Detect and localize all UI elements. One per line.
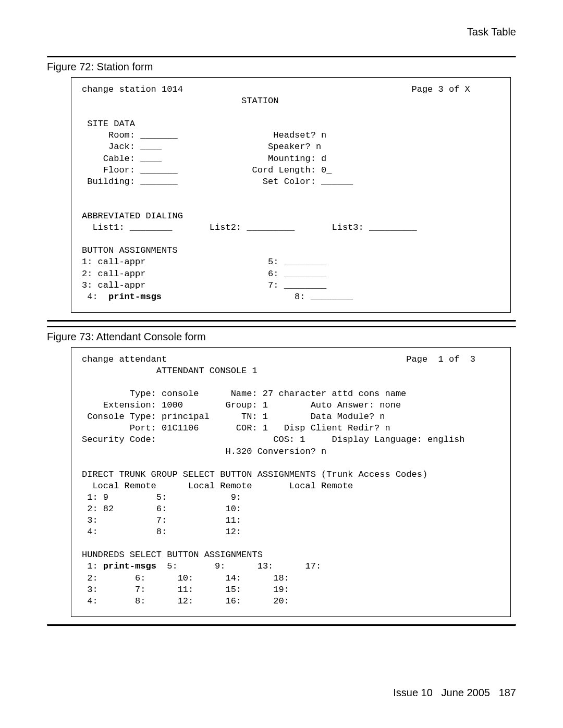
h3: 3: 7: 11: 15: 19: (82, 585, 289, 595)
h1c: 5: 9: 13: 17: (156, 561, 321, 571)
b4a: 4: (82, 292, 108, 302)
list2: List2: _________ (210, 223, 295, 232)
b8: 8: ________ (295, 292, 353, 302)
btn-label: BUTTON ASSIGNMENTS (82, 245, 178, 255)
r4: Port: 01C1106 COR: 1 Disp Client Redir? … (82, 423, 390, 433)
r1: Type: console Name: 27 character attd co… (82, 389, 406, 399)
r6: H.320 Conversion? n (82, 447, 326, 456)
hund-hdr: HUNDREDS SELECT BUTTON ASSIGNMENTS (82, 550, 263, 560)
form-title-2: ATTENDANT CONSOLE 1 (156, 366, 258, 376)
page-indicator: Page 3 of X (412, 84, 470, 94)
rule-bottom (47, 624, 516, 626)
b5: 5: ________ (268, 257, 326, 267)
headset: Headset? n (258, 130, 327, 140)
footer-page: 187 (499, 687, 516, 698)
b4b-print-msgs: print-msgs (108, 292, 162, 302)
page-indicator-2: Page 1 of 3 (406, 354, 475, 364)
attendant-console-form-box: change attendant Page 1 of 3 ATTENDANT C… (71, 347, 511, 617)
footer-date: June 2005 (442, 687, 490, 698)
page-header: Task Table (47, 26, 516, 38)
jack: Jack: ____ (87, 142, 162, 152)
rule-top-1 (47, 56, 516, 58)
trunk-hdr: DIRECT TRUNK GROUP SELECT BUTTON ASSIGNM… (82, 470, 427, 479)
setcolor: Set Color: ______ (258, 177, 353, 187)
page: Task Table Figure 72: Station form chang… (0, 0, 563, 728)
t2: 2: 82 6: 10: (82, 504, 241, 514)
t4: 4: 8: 12: (82, 527, 241, 537)
cable: Cable: ____ (87, 154, 162, 164)
station-form-box: change station 1014 Page 3 of X STATION … (71, 77, 511, 313)
list1: List1: ________ (92, 223, 172, 232)
rule-mid-b (47, 326, 516, 328)
page-footer: Issue 10 June 2005 187 (393, 687, 516, 699)
form-title: STATION (241, 96, 278, 106)
figure-73-caption: Figure 73: Attendant Console form (47, 331, 516, 343)
r3: Console Type: principal TN: 1 Data Modul… (82, 412, 385, 422)
t1: 1: 9 5: 9: (82, 492, 241, 502)
abbrev-label: ABBREVIATED DIALING (82, 211, 183, 221)
h2: 2: 6: 10: 14: 18: (82, 573, 289, 583)
b1: 1: call-appr (82, 257, 145, 267)
r2: Extension: 1000 Group: 1 Auto Answer: no… (82, 400, 401, 410)
cmd2: change attendant (82, 354, 167, 364)
lr-hdr: Local Remote Local Remote Local Remote (82, 481, 353, 491)
h4: 4: 8: 12: 16: 20: (82, 596, 289, 606)
t3: 3: 7: 11: (82, 515, 241, 525)
figure-72-caption: Figure 72: Station form (47, 61, 516, 73)
footer-issue: Issue 10 (393, 687, 433, 698)
cmd: change station 1014 (82, 84, 183, 94)
site-data-label: SITE DATA (87, 119, 135, 129)
b3: 3: call-appr (82, 280, 145, 290)
list3: List3: _________ (332, 223, 417, 232)
mounting: Mounting: d (258, 154, 327, 164)
h1a: 1: (82, 561, 103, 571)
b2: 2: call-appr (82, 269, 145, 279)
b7: 7: ________ (268, 280, 326, 290)
room: Room: _______ (87, 130, 177, 140)
r5: Security Code: COS: 1 Display Language: … (82, 435, 465, 445)
b6: 6: ________ (268, 269, 326, 279)
speaker: Speaker? n (258, 142, 321, 152)
building: Building: _______ (87, 177, 177, 187)
cordlen: Cord Length: 0_ (252, 165, 332, 175)
h1b-print-msgs: print-msgs (103, 561, 156, 571)
floor: Floor: _______ (87, 165, 177, 175)
